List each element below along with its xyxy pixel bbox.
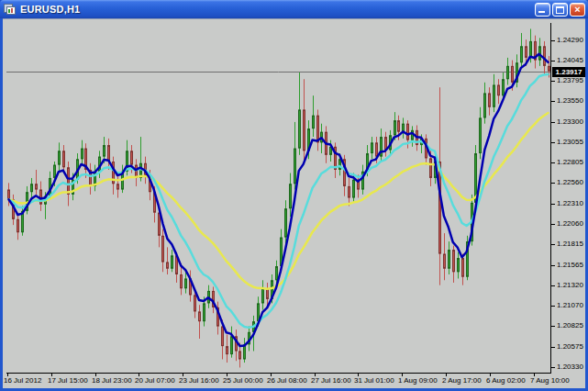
minimize-icon bbox=[538, 11, 545, 13]
time-axis-label: 7 Aug 10:00 bbox=[530, 376, 570, 385]
current-price-value: 1.23917 bbox=[556, 68, 582, 76]
time-axis-label: 1 Aug 09:00 bbox=[398, 376, 438, 385]
price-axis-label: 1.22560 bbox=[557, 178, 583, 187]
price-axis-label: 1.22805 bbox=[557, 158, 583, 167]
price-axis-label: 1.23795 bbox=[557, 76, 583, 85]
price-axis-label: 1.23550 bbox=[557, 96, 583, 106]
time-axis-label: 17 Jul 15:00 bbox=[48, 376, 88, 385]
maximize-icon bbox=[556, 6, 564, 14]
price-axis-label: 1.23055 bbox=[557, 138, 583, 147]
price-axis-tick bbox=[551, 306, 555, 307]
window-title: EURUSD,H1 bbox=[20, 4, 535, 15]
time-axis-label: 16 Jul 2012 bbox=[4, 376, 41, 385]
price-axis-label: 1.21565 bbox=[557, 261, 583, 270]
price-axis-tick bbox=[551, 40, 555, 41]
time-axis-label: 2 Aug 17:00 bbox=[442, 376, 482, 385]
current-price-tag: 1.23917 bbox=[552, 67, 585, 77]
time-axis-label: 6 Aug 02:00 bbox=[486, 376, 526, 385]
chart-window-icon bbox=[4, 4, 17, 16]
chart-client-area: 1.242901.240451.237951.235501.233001.230… bbox=[3, 18, 585, 388]
title-bar[interactable]: EURUSD,H1 × bbox=[0, 0, 588, 18]
chart-window: EURUSD,H1 × 1.242901.240451.237951.23550… bbox=[0, 0, 588, 391]
price-axis-tick bbox=[551, 224, 555, 225]
time-axis-label: 25 Jul 00:00 bbox=[223, 376, 263, 385]
price-axis-tick bbox=[551, 81, 555, 82]
maximize-button[interactable] bbox=[552, 3, 568, 17]
price-axis-label: 1.21815 bbox=[557, 240, 583, 249]
price-axis-label: 1.22060 bbox=[557, 219, 583, 229]
price-axis-label: 1.21320 bbox=[557, 281, 583, 290]
time-axis-label: 23 Jul 16:00 bbox=[179, 376, 219, 385]
time-axis-label: 18 Jul 23:00 bbox=[92, 376, 132, 385]
chart-window-icon bbox=[11, 8, 13, 13]
close-icon: × bbox=[574, 4, 580, 16]
time-axis-label: 26 Jul 08:00 bbox=[267, 376, 307, 385]
close-button[interactable]: × bbox=[570, 3, 585, 17]
time-axis-label: 31 Jul 01:00 bbox=[354, 376, 394, 385]
price-axis-tick bbox=[551, 367, 555, 368]
price-axis-tick bbox=[551, 122, 555, 123]
price-axis-label: 1.24045 bbox=[557, 56, 583, 65]
price-axis-tick bbox=[551, 265, 555, 266]
price-axis-label: 1.20330 bbox=[557, 363, 583, 372]
price-axis-label: 1.22310 bbox=[557, 199, 583, 208]
price-axis-label: 1.21070 bbox=[557, 301, 583, 310]
price-axis-label: 1.23300 bbox=[557, 117, 583, 127]
time-axis-label: 20 Jul 07:00 bbox=[135, 376, 175, 385]
price-chart-canvas[interactable] bbox=[6, 23, 551, 374]
price-axis-label: 1.24290 bbox=[557, 36, 583, 45]
price-axis-tick bbox=[551, 101, 555, 102]
price-axis-tick bbox=[551, 285, 555, 286]
price-axis-label: 1.20825 bbox=[557, 321, 583, 330]
price-axis-tick bbox=[551, 162, 555, 163]
price-axis-tick bbox=[551, 204, 555, 205]
window-controls: × bbox=[535, 3, 585, 17]
price-axis-tick bbox=[551, 142, 555, 143]
price-axis-tick bbox=[551, 244, 555, 245]
price-axis-tick bbox=[551, 347, 555, 348]
price-axis-tick bbox=[551, 183, 555, 184]
minimize-button[interactable] bbox=[535, 3, 550, 17]
chart-window-icon bbox=[8, 9, 10, 13]
time-axis-label: 27 Jul 16:00 bbox=[311, 376, 351, 385]
price-axis-tick bbox=[551, 61, 555, 61]
price-axis-label: 1.20575 bbox=[557, 342, 583, 352]
price-axis-tick bbox=[551, 326, 555, 327]
